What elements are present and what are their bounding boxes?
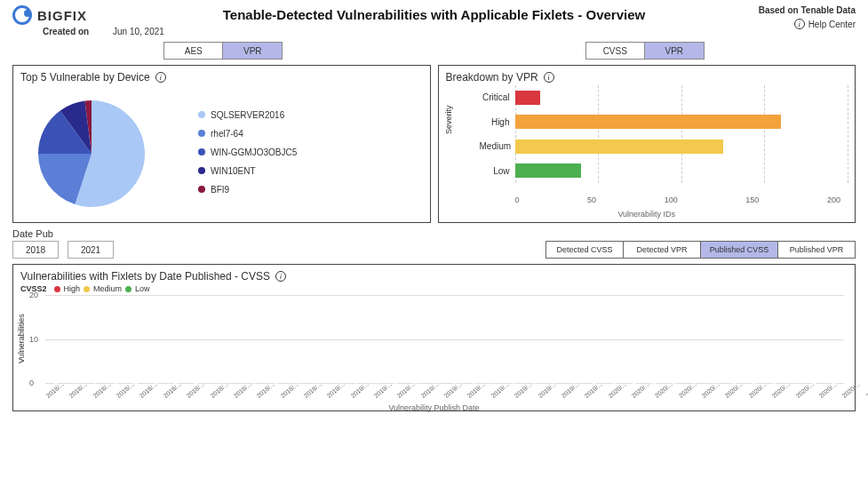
pie-panel-title: Top 5 Vulnerable by Device i <box>20 71 423 84</box>
stacked-xtick: 2020/... <box>724 381 749 405</box>
toggle-vpr-left[interactable]: VPR <box>223 43 282 59</box>
logo-icon <box>12 5 32 25</box>
stacked-xtick: 2020/... <box>818 381 843 405</box>
stacked-plot[interactable]: 0102047322334232424322332333833283256253… <box>45 295 844 384</box>
tab-detected-vpr[interactable]: Detected VPR <box>623 241 701 259</box>
help-link[interactable]: i Help Center <box>759 19 856 29</box>
legend-dot-icon <box>198 167 205 174</box>
bar-xtitle: Vulnerability IDs <box>617 210 675 219</box>
info-icon: i <box>794 19 805 29</box>
bar-item[interactable] <box>515 163 582 178</box>
dot-low-icon <box>125 286 131 292</box>
stacked-ytick: 0 <box>29 378 34 387</box>
legend-item[interactable]: rhel7-64 <box>198 129 297 139</box>
bar-xtick: 150 <box>745 195 759 206</box>
stacked-wrap: Vulnerabilities 010204732233423242432233… <box>20 295 848 409</box>
date-from-input[interactable]: 2018 <box>12 241 59 259</box>
stacked-xtick: 2018/... <box>139 381 163 405</box>
stacked-xtick: 2018/... <box>45 381 70 405</box>
bar-xtick: 0 <box>515 195 520 206</box>
cvss-legend: CVSS2 High Medium Low <box>20 284 848 293</box>
info-icon[interactable]: i <box>275 271 286 282</box>
stacked-xtick: 2020/... <box>794 381 819 405</box>
date-to-input[interactable]: 2021 <box>68 241 114 259</box>
tab-published-vpr[interactable]: Published VPR <box>777 241 856 259</box>
stacked-xtick: 2019/... <box>326 381 351 405</box>
bar-xaxis: 050100150200 <box>515 195 841 206</box>
legend-dot-icon <box>198 130 205 137</box>
datepub-row: Date Pub <box>0 223 868 241</box>
pie-wrap: SQLSERVER2016rhel7-64WIN-GGMJO3OBJC5WIN1… <box>20 85 423 219</box>
bar-ylabel: Severity <box>444 105 453 134</box>
legend-item[interactable]: BFI9 <box>198 185 297 195</box>
legend-medium: Medium <box>93 284 122 293</box>
pie-title-text: Top 5 Vulnerable by Device <box>20 71 150 84</box>
stacked-xtick: 2018/... <box>68 381 93 405</box>
stacked-xtick: 2020/... <box>607 381 632 405</box>
bar-xtick: 50 <box>587 195 596 206</box>
legend-text: SQLSERVER2016 <box>211 110 284 120</box>
created-value: Jun 10, 2021 <box>113 27 164 36</box>
created-label: Created on <box>43 27 89 36</box>
toggle-left: AES VPR <box>163 42 283 60</box>
created-row: Created on Jun 10, 2021 <box>0 27 868 40</box>
stacked-xtick: 2019/... <box>419 381 444 405</box>
bar-panel-title: Breakdown by VPR i <box>446 71 848 84</box>
stacked-xtick: 2019/... <box>396 381 421 405</box>
bar-xtick: 200 <box>827 195 840 206</box>
bar-cat-label: Medium <box>480 141 515 151</box>
pie-chart[interactable] <box>20 90 171 214</box>
legend-text: rhel7-64 <box>211 129 243 139</box>
stacked-xtick: 2019/... <box>466 381 491 405</box>
bar-item[interactable] <box>515 115 782 129</box>
bar-item[interactable] <box>515 139 723 154</box>
datepub-inputs-row: 2018 2021 Detected CVSS Detected VPR Pub… <box>0 241 868 260</box>
legend-item[interactable]: WIN-GGMJO3OBJC5 <box>198 147 297 157</box>
bar-panel: Breakdown by VPR i Severity CriticalHigh… <box>438 65 856 223</box>
help-label: Help Center <box>808 20 856 29</box>
pie-legend: SQLSERVER2016rhel7-64WIN-GGMJO3OBJC5WIN1… <box>198 110 297 195</box>
toggle-row: AES VPR CVSS VPR <box>0 40 868 65</box>
bottom-title-text: Vulnerabilities with Fixlets by Date Pub… <box>20 270 270 283</box>
stacked-ytick: 10 <box>29 335 38 344</box>
toggle-vpr-right[interactable]: VPR <box>645 43 704 59</box>
logo: BIGFIX <box>12 5 87 25</box>
legend-dot-icon <box>198 186 205 193</box>
stacked-xtick: 2019/... <box>561 381 585 405</box>
stacked-xtick: 2018/... <box>186 381 211 405</box>
toggle-aes[interactable]: AES <box>164 43 223 59</box>
panels-row: Top 5 Vulnerable by Device i SQLSERVER20… <box>0 65 868 223</box>
based-on-label: Based on Tenable Data <box>759 5 856 15</box>
stacked-xtick: 2020/... <box>841 381 866 405</box>
info-icon[interactable]: i <box>155 72 166 83</box>
toggle-cvss[interactable]: CVSS <box>586 43 645 59</box>
info-icon[interactable]: i <box>544 72 554 83</box>
header-right: Based on Tenable Data i Help Center <box>759 5 856 29</box>
legend-low: Low <box>135 284 150 293</box>
bar-item[interactable] <box>515 91 540 105</box>
bar-xtick: 100 <box>665 195 678 206</box>
tabs4: Detected CVSS Detected VPR Published CVS… <box>546 241 856 259</box>
bottom-panel: Vulnerabilities with Fixlets by Date Pub… <box>12 264 856 411</box>
legend-item[interactable]: WIN10ENT <box>198 166 297 176</box>
bar-title-text: Breakdown by VPR <box>446 71 538 84</box>
stacked-ytick: 20 <box>29 291 38 299</box>
stacked-xtick: 2018/... <box>279 381 304 405</box>
tab-published-cvss[interactable]: Published CVSS <box>700 241 778 259</box>
legend-item[interactable]: SQLSERVER2016 <box>198 110 297 120</box>
stacked-xtick: 2018/... <box>303 381 328 405</box>
bar-plot[interactable] <box>515 85 848 183</box>
legend-high: High <box>64 284 81 293</box>
page-title: Tenable-Detected Vulnerabilities with Ap… <box>223 7 645 22</box>
legend-text: WIN-GGMJO3OBJC5 <box>211 147 297 157</box>
legend-dot-icon <box>198 111 205 118</box>
stacked-ylabel: Vulnerabilities <box>17 314 26 363</box>
stacked-xtick: 2019/... <box>537 381 561 405</box>
logo-text: BIGFIX <box>37 8 87 23</box>
stacked-xtick: 2018/... <box>163 381 187 405</box>
tab-detected-cvss[interactable]: Detected CVSS <box>545 241 624 259</box>
bottom-title: Vulnerabilities with Fixlets by Date Pub… <box>20 270 848 283</box>
dot-medium-icon <box>84 286 90 292</box>
legend-text: BFI9 <box>211 185 229 195</box>
legend-text: WIN10ENT <box>211 166 256 176</box>
